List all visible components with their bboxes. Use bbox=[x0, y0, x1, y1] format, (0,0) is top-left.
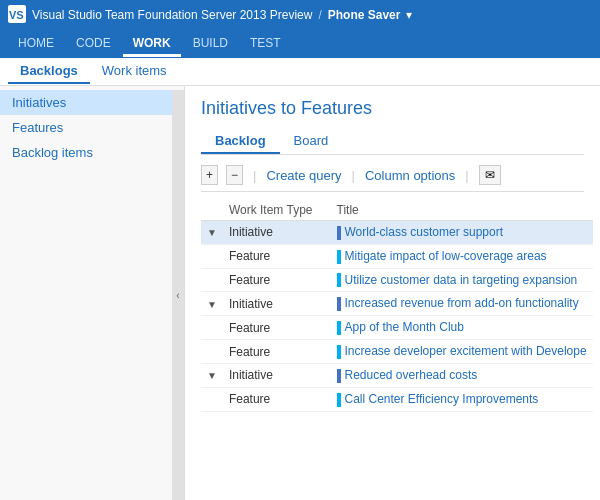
row-title[interactable]: Utilize customer data in targeting expan… bbox=[331, 268, 593, 292]
row-indent bbox=[319, 316, 331, 340]
page-title: Initiatives to Features bbox=[201, 98, 584, 119]
row-expand-toggle bbox=[201, 316, 223, 340]
col-header-arrow bbox=[319, 200, 331, 221]
row-indent bbox=[319, 221, 331, 245]
expand-all-button[interactable]: + bbox=[201, 165, 218, 185]
sub-tabs: Backlogs Work items bbox=[0, 58, 600, 86]
row-expand-toggle[interactable]: ▼ bbox=[201, 363, 223, 387]
menu-bar: HOME CODE WORK BUILD TEST bbox=[0, 30, 600, 58]
row-expand-toggle bbox=[201, 340, 223, 364]
table-row: Feature Increase developer excitement wi… bbox=[201, 340, 593, 364]
toolbar-separator-2: | bbox=[352, 168, 355, 183]
row-title[interactable]: Mitigate impact of low-coverage areas bbox=[331, 244, 593, 268]
sidebar: Initiatives Features Backlog items ‹ bbox=[0, 86, 185, 500]
table-row: ▼ Initiative Reduced overhead costs bbox=[201, 363, 593, 387]
collapse-all-button[interactable]: − bbox=[226, 165, 243, 185]
row-expand-toggle bbox=[201, 387, 223, 411]
row-expand-toggle[interactable]: ▼ bbox=[201, 292, 223, 316]
project-dropdown-icon[interactable]: ▾ bbox=[406, 8, 412, 22]
main-layout: Initiatives Features Backlog items ‹ Ini… bbox=[0, 86, 600, 500]
nav-separator: / bbox=[318, 8, 321, 22]
col-header-expand bbox=[201, 200, 223, 221]
tab-work-items[interactable]: Work items bbox=[90, 59, 179, 84]
svg-text:VS: VS bbox=[9, 9, 24, 21]
row-type: Initiative bbox=[223, 292, 319, 316]
app-title-bar: VS Visual Studio Team Foundation Server … bbox=[0, 0, 600, 30]
row-indent bbox=[319, 340, 331, 364]
row-type: Feature bbox=[223, 340, 319, 364]
menu-build[interactable]: BUILD bbox=[183, 32, 238, 57]
row-type: Feature bbox=[223, 244, 319, 268]
project-name: Phone Saver bbox=[328, 8, 401, 22]
row-type: Initiative bbox=[223, 363, 319, 387]
row-indent bbox=[319, 268, 331, 292]
row-indent bbox=[319, 292, 331, 316]
table-row: ▼ Initiative World-class customer suppor… bbox=[201, 221, 593, 245]
row-indent bbox=[319, 244, 331, 268]
tab-backlogs[interactable]: Backlogs bbox=[8, 59, 90, 84]
toolbar: + − | Create query | Column options | ✉ bbox=[201, 165, 584, 192]
sidebar-item-initiatives[interactable]: Initiatives bbox=[0, 90, 172, 115]
sidebar-item-features[interactable]: Features bbox=[0, 115, 172, 140]
row-title[interactable]: Call Center Efficiency Improvements bbox=[331, 387, 593, 411]
tab-board[interactable]: Board bbox=[280, 129, 343, 154]
row-expand-toggle[interactable]: ▼ bbox=[201, 221, 223, 245]
row-title[interactable]: App of the Month Club bbox=[331, 316, 593, 340]
table-row: ▼ Initiative Increased revenue from add-… bbox=[201, 292, 593, 316]
menu-home[interactable]: HOME bbox=[8, 32, 64, 57]
row-title[interactable]: Reduced overhead costs bbox=[331, 363, 593, 387]
row-type: Feature bbox=[223, 387, 319, 411]
menu-work[interactable]: WORK bbox=[123, 32, 181, 57]
col-header-title: Title bbox=[331, 200, 593, 221]
table-row: Feature Mitigate impact of low-coverage … bbox=[201, 244, 593, 268]
vs-logo-icon: VS bbox=[8, 5, 26, 26]
row-title[interactable]: World-class customer support bbox=[331, 221, 593, 245]
row-expand-toggle bbox=[201, 268, 223, 292]
column-options-link[interactable]: Column options bbox=[365, 168, 455, 183]
row-type: Initiative bbox=[223, 221, 319, 245]
table-row: Feature Utilize customer data in targeti… bbox=[201, 268, 593, 292]
toolbar-separator-1: | bbox=[253, 168, 256, 183]
row-title[interactable]: Increased revenue from add-on functional… bbox=[331, 292, 593, 316]
table-row: Feature Call Center Efficiency Improveme… bbox=[201, 387, 593, 411]
table-row: Feature App of the Month Club bbox=[201, 316, 593, 340]
app-title: Visual Studio Team Foundation Server 201… bbox=[32, 8, 312, 22]
row-expand-toggle bbox=[201, 244, 223, 268]
sidebar-collapse-btn[interactable]: ‹ bbox=[172, 90, 184, 500]
toolbar-separator-3: | bbox=[465, 168, 468, 183]
row-title[interactable]: Increase developer excitement with Devel… bbox=[331, 340, 593, 364]
work-items-table: Work Item Type Title ▼ Initiative World-… bbox=[201, 200, 593, 412]
mail-button[interactable]: ✉ bbox=[479, 165, 501, 185]
col-header-type: Work Item Type bbox=[223, 200, 319, 221]
menu-test[interactable]: TEST bbox=[240, 32, 291, 57]
row-indent bbox=[319, 363, 331, 387]
row-type: Feature bbox=[223, 268, 319, 292]
tab-backlog[interactable]: Backlog bbox=[201, 129, 280, 154]
view-tabs: Backlog Board bbox=[201, 129, 584, 155]
content-area: Initiatives to Features Backlog Board + … bbox=[185, 86, 600, 500]
row-type: Feature bbox=[223, 316, 319, 340]
row-indent bbox=[319, 387, 331, 411]
create-query-link[interactable]: Create query bbox=[266, 168, 341, 183]
menu-code[interactable]: CODE bbox=[66, 32, 121, 57]
sidebar-item-backlog-items[interactable]: Backlog items bbox=[0, 140, 172, 165]
